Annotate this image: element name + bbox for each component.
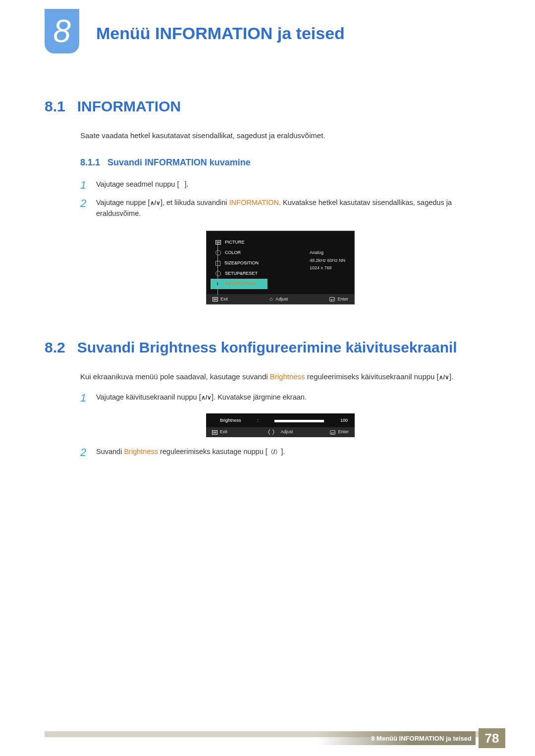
menu-icon: [179, 182, 184, 187]
up-down-icon: ∧/∨: [439, 374, 449, 380]
osd-footer-bar: Exit ◇Adjust Enter: [207, 294, 354, 304]
up-down-icon: ◇: [269, 296, 273, 303]
step-1: 1 Vajutage käivitusekraanil nuppu [∧/∨].…: [80, 392, 481, 404]
osd-footer-bar: Exit 〈 〉Adjust Enter: [206, 427, 355, 437]
highlight-brightness: Brightness: [124, 448, 158, 455]
section-8-2-intro: Kui ekraanikuva menüü pole saadaval, kas…: [80, 371, 481, 382]
up-down-icon: ∧/∨: [201, 395, 212, 401]
subsection-8-1-1-heading: 8.1.1 Suvandi INFORMATION kuvamine: [80, 156, 481, 170]
brightness-label: Brightness: [220, 417, 241, 424]
osd-info-panel: Analog 48.2kHz 60Hz NN 1024 x 768: [310, 249, 345, 272]
highlight-information: INFORMATION: [229, 199, 279, 206]
size-position-icon: [215, 261, 220, 266]
left-right-icon: 〈 〉: [265, 429, 278, 435]
step-number: 2: [80, 197, 89, 219]
info-icon: [215, 281, 221, 287]
step-number: 1: [80, 179, 89, 192]
step-2: 2 Vajutage nuppe [∧/∨], et liikuda suvan…: [80, 197, 481, 219]
step-2: 2 Suvandi Brightness reguleerimiseks kas…: [80, 446, 481, 459]
footer-text: 8 Menüü INFORMATION ja teised: [371, 735, 472, 742]
section-8-2-heading: 8.2 Suvandi Brightness konfigureerimine …: [45, 339, 481, 356]
setup-reset-icon: [215, 271, 221, 276]
section-title: Suvandi Brightness konfigureerimine käiv…: [77, 339, 457, 356]
picture-icon: [215, 240, 221, 245]
brightness-sep: :: [257, 417, 259, 424]
section-number: 8.2: [45, 339, 65, 356]
left-right-icon: 〈/〉: [268, 449, 281, 455]
page-footer: 8 Menüü INFORMATION ja teised 78: [45, 731, 505, 737]
osd-selected-item: INFORMATION: [211, 279, 268, 289]
brightness-value: 100: [340, 417, 348, 424]
up-down-icon: ∧/∨: [150, 200, 160, 206]
brightness-osd-screenshot: Brightness : 100 Exit 〈 〉Adjust Enter: [206, 413, 355, 437]
step-number: 1: [80, 392, 89, 404]
section-title: INFORMATION: [77, 98, 181, 115]
chapter-badge: 8: [45, 9, 79, 53]
step-1: 1 Vajutage seadmel nuppu [].: [80, 179, 481, 192]
enter-icon: [330, 430, 335, 435]
highlight-brightness: Brightness: [270, 372, 305, 381]
enter-icon: [329, 297, 335, 302]
menu-icon: [213, 297, 218, 302]
step-number: 2: [80, 446, 89, 459]
osd-menu-screenshot: PICTURE COLOR SIZE&POSITION SETUP&RESET …: [206, 231, 355, 304]
menu-icon: [212, 430, 217, 435]
page-number: 78: [479, 728, 505, 748]
chapter-header: 8 Menüü INFORMATION ja teised: [0, 0, 535, 53]
chapter-number: 8: [53, 13, 71, 50]
section-number: 8.1: [45, 98, 65, 115]
brightness-bar: [274, 420, 324, 422]
section-8-1-intro: Saate vaadata hetkel kasutatavat sisenda…: [80, 130, 481, 141]
chapter-title: Menüü INFORMATION ja teised: [96, 24, 345, 43]
section-8-1-heading: 8.1 INFORMATION: [45, 98, 481, 115]
color-icon: [215, 250, 221, 255]
